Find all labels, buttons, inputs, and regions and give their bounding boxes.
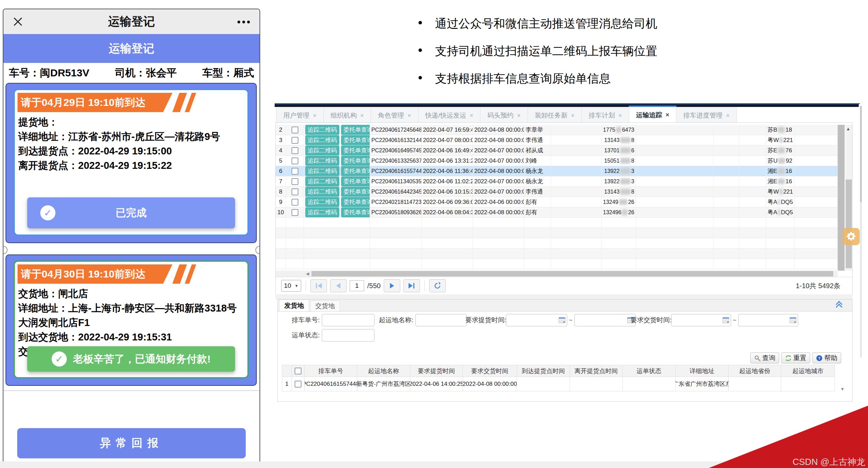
help-button[interactable]: ? 帮助	[812, 352, 841, 363]
tab-装卸任务新[interactable]: 装卸任务新×	[528, 108, 582, 123]
consignment-query-button[interactable]: 委托单查询	[341, 166, 370, 176]
table-row[interactable]: 6追踪二维码委托单查询PC2204061615574482022-04-06 1…	[276, 166, 838, 176]
origin-name-input[interactable]	[415, 314, 467, 326]
tab-排车计划[interactable]: 排车计划×	[581, 108, 629, 123]
consignment-query-button[interactable]: 委托单查询	[341, 197, 370, 207]
close-tab-icon[interactable]: ×	[407, 112, 411, 119]
empty-cell	[766, 238, 795, 248]
filter-tab-发货地[interactable]: 发货地	[279, 300, 309, 311]
track-qrcode-button[interactable]: 追踪二维码	[305, 125, 339, 135]
status-button[interactable]: ✓老板辛苦了，已通知财务付款!	[27, 346, 235, 372]
close-tab-icon[interactable]: ×	[666, 111, 669, 119]
next-page-button[interactable]	[384, 279, 400, 292]
table-row[interactable]: 4追踪二维码委托单查询PC2204061649574562022-04-06 1…	[276, 145, 838, 156]
delivery-time-to-input[interactable]	[738, 314, 798, 326]
row-checkbox[interactable]	[292, 127, 298, 133]
consignment-query-button[interactable]: 委托单查询	[341, 125, 370, 135]
row-checkbox[interactable]	[292, 188, 298, 195]
close-tab-icon[interactable]: ×	[360, 112, 364, 119]
page-number-input[interactable]: 1	[350, 280, 364, 291]
table-row[interactable]: 5追踪二维码委托单查询PC2204061332563792022-04-06 1…	[276, 156, 838, 166]
waybill-status-input[interactable]	[322, 329, 374, 341]
row-checkbox[interactable]	[292, 147, 298, 154]
track-qrcode-button[interactable]: 追踪二维码	[305, 176, 339, 186]
consignment-query-button[interactable]: 委托单查询	[341, 145, 370, 155]
row-checkbox[interactable]	[292, 209, 298, 216]
row-checkbox[interactable]	[295, 381, 301, 388]
scroll-up-icon[interactable]: ▲	[846, 126, 850, 131]
close-tab-icon[interactable]: ×	[726, 112, 730, 119]
consignment-query-button[interactable]: 委托单查询	[341, 207, 370, 217]
result-cell	[570, 377, 623, 391]
track-qrcode-button[interactable]: 追踪二维码	[305, 197, 339, 207]
page-size-select[interactable]: 10▼	[281, 280, 301, 292]
menu-dots-icon[interactable]	[237, 21, 250, 23]
empty-cell	[739, 207, 766, 217]
tab-label: 组织机构	[331, 111, 357, 120]
track-qrcode-button[interactable]: 追踪二维码	[305, 156, 339, 166]
close-icon[interactable]	[12, 16, 23, 27]
last-page-button[interactable]	[403, 279, 420, 292]
page-scrollbar[interactable]	[860, 106, 862, 358]
track-qrcode-button[interactable]: 追踪二维码	[305, 166, 339, 176]
row-checkbox[interactable]	[292, 137, 298, 144]
table-row[interactable]: 7追踪二维码委托单查询PC2204061134053542022-04-06 1…	[276, 176, 838, 187]
prev-page-button[interactable]	[330, 279, 347, 292]
tab-快递/快运发运[interactable]: 快递/快运发运×	[418, 108, 481, 123]
track-qrcode-button[interactable]: 追踪二维码	[305, 135, 339, 145]
row-checkbox[interactable]	[292, 199, 298, 206]
table-row[interactable]: 8追踪二维码委托单查询PC2204061644234552022-04-06 1…	[276, 187, 838, 197]
pickup-time-from-input[interactable]	[506, 314, 567, 326]
tab-运输追踪[interactable]: 运输追踪×	[629, 106, 677, 123]
row-checkbox[interactable]	[292, 168, 298, 175]
collapse-panel-icon[interactable]	[836, 302, 843, 309]
filter-tab-交货地[interactable]: 交货地	[310, 301, 340, 311]
select-all-checkbox[interactable]	[295, 368, 301, 374]
scroll-left-icon[interactable]: ◀	[306, 271, 309, 276]
close-tab-icon[interactable]: ×	[571, 112, 575, 119]
delivery-time-from-input[interactable]	[671, 314, 731, 326]
row-checkbox[interactable]	[292, 178, 298, 185]
tab-码头预约[interactable]: 码头预约×	[480, 108, 528, 123]
reset-button[interactable]: 重置	[781, 352, 810, 363]
scroll-down-icon[interactable]: ▼	[840, 387, 845, 392]
report-abnormal-button[interactable]: 异常回报	[17, 428, 246, 458]
table-row[interactable]: 3追踪二维码委托单查询PC2204061613214472022-04-07 0…	[276, 135, 838, 145]
vehicle-driver: 司机：张会平	[115, 66, 177, 80]
horizontal-scroll-thumb[interactable]	[311, 271, 833, 276]
tab-角色管理[interactable]: 角色管理×	[371, 108, 419, 123]
card-notch	[255, 246, 260, 254]
tab-用户管理[interactable]: 用户管理×	[276, 108, 324, 123]
status-button[interactable]: ✓已完成	[27, 197, 235, 228]
table-row[interactable]: 9追踪二维码委托单查询PC2204021811472352022-04-06 0…	[276, 197, 838, 207]
table-row[interactable]: 10追踪二维码委托单查询PC2204051809362622022-04-06 …	[276, 207, 838, 218]
search-button[interactable]: 查询	[750, 352, 779, 363]
first-page-button[interactable]	[310, 279, 327, 292]
calendar-icon[interactable]	[790, 317, 796, 323]
tab-组织机构[interactable]: 组织机构×	[324, 108, 371, 123]
dispatch-no-input[interactable]	[322, 314, 374, 326]
track-qrcode-button[interactable]: 追踪二维码	[305, 145, 339, 155]
close-tab-icon[interactable]: ×	[470, 112, 474, 119]
consignment-query-button[interactable]: 委托单查询	[341, 156, 370, 166]
consignment-query-button[interactable]: 委托单查询	[341, 176, 370, 186]
result-table-row[interactable]: 1PC220406161557448新粤货-广州市荔湾区2022-04-06 1…	[282, 377, 835, 391]
vertical-scroll-thumb[interactable]	[846, 179, 852, 268]
consignment-query-button[interactable]: 委托单查询	[341, 187, 370, 197]
close-tab-icon[interactable]: ×	[517, 112, 521, 119]
row-checkbox[interactable]	[292, 157, 298, 164]
row-number: 5	[276, 156, 286, 166]
pickup-time-to-input[interactable]	[574, 314, 636, 326]
table-row[interactable]: 2追踪二维码委托单查询PC2204061724564812022-04-07 1…	[276, 125, 838, 135]
track-qrcode-button[interactable]: 追踪二维码	[305, 207, 339, 217]
empty-cell	[304, 259, 370, 269]
track-qrcode-button[interactable]: 追踪二维码	[305, 187, 339, 197]
calendar-icon[interactable]	[559, 317, 565, 323]
settings-gear-button[interactable]	[843, 228, 860, 245]
close-tab-icon[interactable]: ×	[313, 112, 317, 119]
consignment-query-button[interactable]: 委托单查询	[341, 135, 370, 145]
close-tab-icon[interactable]: ×	[618, 112, 622, 119]
calendar-icon[interactable]	[722, 317, 729, 323]
refresh-button[interactable]	[429, 279, 446, 292]
tab-排车进度管理[interactable]: 排车进度管理×	[676, 108, 737, 123]
